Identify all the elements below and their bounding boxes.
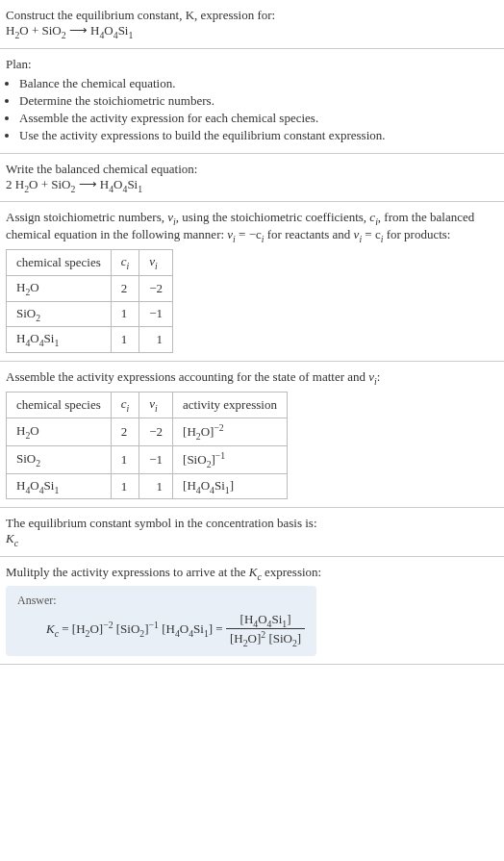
assign-section: Assign stoichiometric numbers, νi, using… xyxy=(0,202,504,362)
t: = c xyxy=(362,227,381,241)
plan-item: Use the activity expressions to build th… xyxy=(19,128,498,143)
s: 1 xyxy=(128,30,133,40)
c-cell: 2 xyxy=(111,275,139,301)
table-row: SiO2 1 −1 xyxy=(7,301,173,327)
t: ] xyxy=(287,612,290,626)
t: expression: xyxy=(262,565,321,579)
th-nui: νi xyxy=(139,393,173,418)
e: −1 xyxy=(149,619,159,629)
t: O] xyxy=(89,621,103,636)
t: H xyxy=(6,23,14,38)
t: for reactants and xyxy=(264,227,353,241)
eq: = xyxy=(213,621,226,636)
activity-cell: [H4O4Si1] xyxy=(173,473,288,499)
nu-cell: −1 xyxy=(139,445,173,473)
th-activity: activity expression xyxy=(173,393,288,418)
t: O + SiO xyxy=(29,177,70,191)
t: Si xyxy=(193,621,204,636)
species-cell: SiO2 xyxy=(7,445,112,473)
balanced-section: Write the balanced chemical equation: 2 … xyxy=(0,154,504,203)
t: O xyxy=(30,423,38,438)
th-ci: ci xyxy=(111,250,139,276)
t: Si xyxy=(44,478,55,493)
text: Construct the equilibrium constant, K, e… xyxy=(6,8,275,22)
answer-label: Answer: xyxy=(17,594,305,608)
t: [H xyxy=(230,631,243,646)
s: 1 xyxy=(54,484,59,494)
s: i xyxy=(155,403,158,414)
answer-equation: Kc = [H2O]−2 [SiO2]−1 [H4O4Si1] = [H4O4S… xyxy=(17,612,305,649)
t: [H xyxy=(162,621,175,636)
table-row: SiO2 1 −1 [SiO2]−1 xyxy=(7,445,288,473)
t: O xyxy=(30,331,38,345)
plan-item: Determine the stoichiometric numbers. xyxy=(19,93,498,109)
answer-box: Answer: Kc = [H2O]−2 [SiO2]−1 [H4O4Si1] … xyxy=(6,586,316,657)
t: O xyxy=(104,23,113,38)
nu-cell: 1 xyxy=(139,473,173,499)
t: Si xyxy=(44,331,55,345)
t: for products: xyxy=(383,227,450,241)
t: O + SiO xyxy=(19,23,61,38)
e: −2 xyxy=(214,422,223,433)
nu-cell: −2 xyxy=(139,418,173,445)
e: −1 xyxy=(215,450,225,461)
plan-item: Assemble the activity expression for eac… xyxy=(19,111,498,126)
t: [SiO xyxy=(116,621,140,636)
assign-text: Assign stoichiometric numbers, νi, using… xyxy=(6,210,498,243)
t: SiO xyxy=(16,306,36,320)
t: [H xyxy=(240,612,254,626)
t: O xyxy=(30,280,38,294)
s: i xyxy=(155,261,158,271)
multiply-section: Mulitply the activity expressions to arr… xyxy=(0,557,504,665)
fraction: [H4O4Si1][H2O]2 [SiO2] xyxy=(226,612,305,649)
activity-cell: [SiO2]−1 xyxy=(173,445,288,473)
construct-heading: Construct the equilibrium constant, K, e… xyxy=(6,8,498,23)
c-cell: 1 xyxy=(111,301,139,327)
s: 1 xyxy=(138,183,142,193)
table-row: H4O4Si1 1 1 xyxy=(7,327,173,353)
plan-list: Balance the chemical equation. Determine… xyxy=(6,76,498,143)
th-ci: ci xyxy=(111,393,139,418)
t: [SiO xyxy=(268,631,292,646)
symbol-text: The equilibrium constant symbol in the c… xyxy=(6,516,498,531)
t: ] xyxy=(230,478,234,493)
t: O xyxy=(30,478,38,493)
c-cell: 1 xyxy=(111,473,139,499)
K: K xyxy=(6,531,14,545)
t: H xyxy=(16,331,25,345)
t: Si xyxy=(271,612,282,626)
t: Mulitply the activity expressions to arr… xyxy=(6,565,249,579)
plan-heading: Plan: xyxy=(6,57,498,72)
t: Assemble the activity expressions accoun… xyxy=(6,369,368,384)
t: [H xyxy=(183,424,196,439)
symbol-section: The equilibrium constant symbol in the c… xyxy=(0,508,504,557)
s: 2 xyxy=(36,458,40,468)
species-cell: H2O xyxy=(7,418,112,445)
denominator: [H2O]2 [SiO2] xyxy=(226,629,305,648)
table-header-row: chemical species ci νi activity expressi… xyxy=(7,393,288,418)
nu-cell: −1 xyxy=(139,301,173,327)
table-header-row: chemical species ci νi xyxy=(7,250,173,276)
t: O xyxy=(113,177,122,191)
assemble-text: Assemble the activity expressions accoun… xyxy=(6,369,498,387)
construct-equation: H2O + SiO2 ⟶ H4O4Si1 xyxy=(6,23,498,40)
plan-section: Plan: Balance the chemical equation. Det… xyxy=(0,49,504,154)
t: [SiO xyxy=(183,452,207,467)
t: [H xyxy=(183,478,196,493)
t: H xyxy=(100,177,109,191)
species-cell: SiO2 xyxy=(7,301,112,327)
t: = −c xyxy=(236,227,262,241)
stoich-table: chemical species ci νi H2O 2 −2 SiO2 1 −… xyxy=(6,249,173,352)
arrow: ⟶ xyxy=(75,177,100,191)
assemble-section: Assemble the activity expressions accoun… xyxy=(0,362,504,509)
species-cell: H4O4Si1 xyxy=(7,327,112,353)
table-row: H4O4Si1 1 1 [H4O4Si1] xyxy=(7,473,288,499)
t: Assign stoichiometric numbers, xyxy=(6,210,167,224)
t: H xyxy=(16,478,25,493)
s: 2 xyxy=(36,312,40,322)
t: H xyxy=(16,280,25,294)
t: H xyxy=(15,177,24,191)
th-species: chemical species xyxy=(7,393,112,418)
K: K xyxy=(46,621,55,636)
t: O xyxy=(180,621,189,636)
